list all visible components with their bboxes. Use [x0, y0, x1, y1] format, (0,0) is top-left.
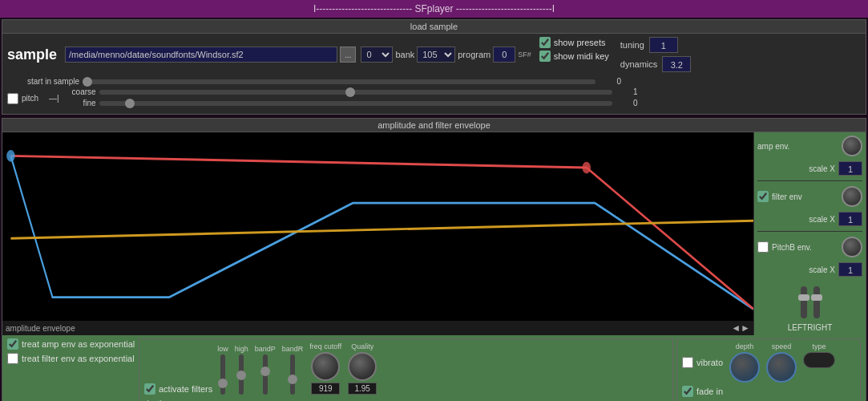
freq-cutoff-label: freq cutoff [309, 342, 341, 350]
amp-env-row: amp env. [757, 136, 862, 156]
activate-filters-label: activate filters [159, 384, 212, 394]
pitch-checkbox[interactable] [7, 93, 18, 104]
vibrato-section: vibrato depth speed type [676, 338, 861, 401]
pitchb-env-checkbox[interactable] [757, 241, 769, 253]
show-midi-key-checkbox[interactable] [539, 51, 551, 62]
bandr-filter-track[interactable] [290, 354, 295, 395]
bandr-filter-area: bandR [282, 345, 304, 395]
treat-amp-exp-row: treat amp env as exponential [7, 338, 135, 350]
treat-filter-exp-checkbox[interactable] [7, 353, 18, 364]
vibrato-label: vibrato [696, 358, 723, 367]
amp-scale-x-value[interactable]: 1 [838, 161, 862, 176]
treat-filter-exp-row: treat filter env as exponential [7, 353, 135, 364]
low-filter-thumb[interactable] [218, 379, 228, 388]
coarse-value: 1 [619, 87, 638, 96]
bandp-filter-thumb[interactable] [260, 367, 270, 376]
left-slider-track[interactable] [801, 286, 807, 318]
amp-scale-x-row: scale X 1 [757, 161, 862, 176]
coarse-fine-container: coarse 1 fine 0 [64, 87, 861, 109]
sf-hash-label: SF# [518, 51, 531, 59]
right-slider-track[interactable] [813, 286, 820, 318]
pitchb-scale-x-value[interactable]: 1 [838, 262, 862, 277]
fine-track[interactable] [99, 101, 612, 106]
show-presets-area: show presets show midi key [539, 37, 609, 62]
fine-thumb[interactable] [125, 99, 135, 108]
quality-label: Quality [351, 342, 373, 350]
start-in-sample-row: start in sample 0 [7, 77, 861, 86]
quality-value[interactable]: 1.95 [348, 383, 377, 395]
right-slider-area [813, 286, 820, 318]
dynamics-row: dynamics 3.2 [620, 56, 691, 72]
quality-knob[interactable] [348, 352, 377, 381]
tuning-value[interactable]: 1 [649, 37, 678, 53]
bank-program-area: 0 bank 105 program 0 SF# [361, 47, 531, 63]
filter-env-checkbox[interactable] [757, 191, 769, 202]
pitchb-env-label: PitchB env. [772, 243, 812, 252]
env-divider-2 [757, 231, 862, 232]
left-slider-thumb[interactable] [798, 294, 809, 301]
filters-section: activate filters low high [139, 338, 673, 401]
filter-env-label: filter env [772, 192, 802, 201]
vibrato-speed-knob[interactable] [766, 352, 797, 383]
bank-label: bank [395, 50, 414, 59]
high-filter-track[interactable] [239, 354, 244, 395]
pitchb-scale-x-label: scale X [809, 265, 835, 274]
amp-env-knob[interactable] [842, 136, 862, 156]
envelope-handle-1[interactable] [6, 150, 14, 162]
envelope-right-panel: amp env. scale X 1 filter env [753, 132, 866, 335]
sample-label: sample [7, 47, 57, 63]
title-text: I------------------------------ SFplayer… [313, 3, 555, 14]
pitchb-env-knob[interactable] [842, 237, 862, 257]
bandp-filter-track[interactable] [263, 354, 268, 395]
coarse-thumb[interactable] [345, 87, 355, 97]
high-filter-label: high [235, 345, 248, 353]
treat-amp-exp-label: treat amp env as exponential [22, 339, 135, 349]
pitch-label: pitch [22, 94, 46, 103]
pitch-row: pitch —| coarse 1 fine [7, 87, 861, 109]
red-envelope-line [10, 156, 753, 309]
filter-sliders: low high [217, 342, 377, 395]
high-filter-thumb[interactable] [236, 371, 246, 380]
envelope-handle-2[interactable] [583, 162, 591, 174]
treat-amp-exp-checkbox[interactable] [7, 338, 18, 350]
coarse-label: coarse [64, 87, 96, 96]
fine-value: 0 [619, 99, 638, 107]
envelope-bottom-label: amplitude envelope ◄► [2, 321, 753, 335]
start-in-sample-thumb[interactable] [83, 77, 92, 87]
vibrato-type-indicator[interactable] [803, 352, 835, 368]
bandr-filter-label: bandR [282, 345, 304, 353]
right-slider-thumb[interactable] [811, 294, 822, 301]
filter-env-knob[interactable] [842, 186, 862, 207]
start-in-sample-track[interactable] [83, 79, 595, 84]
env-divider-1 [757, 180, 862, 181]
bandp-filter-area: bandP [255, 345, 276, 395]
filter-scale-x-value[interactable]: 1 [838, 212, 862, 226]
filter-depth-area: depth [144, 398, 668, 401]
freq-cutoff-value[interactable]: 919 [311, 383, 340, 395]
vibrato-depth-area: depth [729, 342, 760, 383]
browse-button[interactable]: ... [340, 47, 356, 63]
freq-cutoff-knob[interactable] [311, 352, 340, 381]
bandr-filter-thumb[interactable] [288, 375, 297, 384]
vibrato-speed-label: speed [772, 342, 792, 350]
low-filter-track[interactable] [220, 354, 225, 395]
activate-filters-checkbox[interactable] [144, 383, 155, 395]
envelope-canvas-area: amplitude envelope ◄► [2, 132, 753, 335]
coarse-row: coarse 1 [64, 87, 861, 96]
bank-number-select[interactable]: 0 [361, 47, 393, 63]
envelope-section: amplitude and filter envelope amplitude … [2, 118, 866, 401]
program-number-select[interactable]: 105 [417, 47, 455, 63]
dynamics-label: dynamics [620, 59, 657, 69]
vibrato-checkbox[interactable] [682, 357, 693, 368]
dynamics-value[interactable]: 3.2 [662, 56, 691, 72]
amp-scale-x-label: scale X [809, 164, 835, 173]
vibrato-depth-knob[interactable] [729, 352, 760, 383]
show-presets-checkbox[interactable] [539, 37, 551, 48]
low-filter-label: low [217, 345, 228, 353]
leftright-label: LEFTRIGHT [757, 323, 862, 332]
file-path-input[interactable] [65, 47, 337, 63]
coarse-track[interactable] [99, 90, 612, 95]
tuning-label: tuning [620, 40, 644, 50]
fade-in-checkbox[interactable] [682, 386, 693, 397]
vibrato-top: vibrato depth speed type [682, 342, 855, 383]
